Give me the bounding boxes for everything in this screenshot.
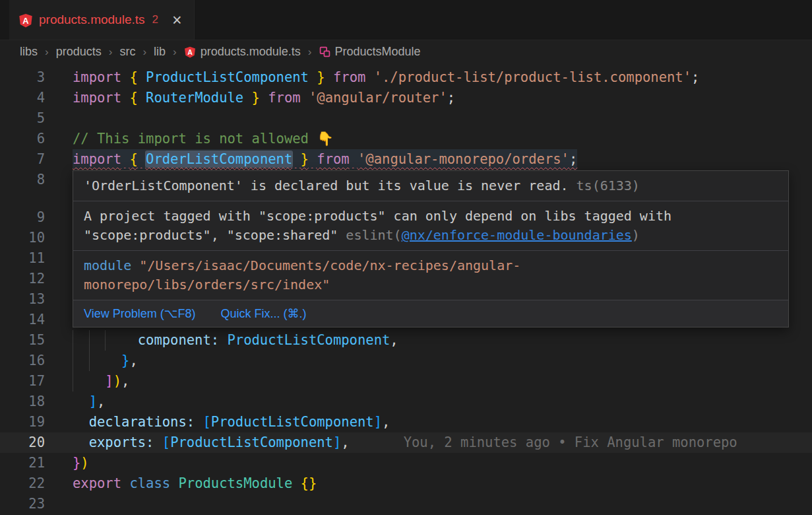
code-line-23[interactable]: 23 (0, 494, 812, 514)
tab-problems-count: 2 (151, 13, 158, 26)
code-line-15[interactable]: 15 component: ProductListComponent, (0, 330, 812, 351)
code-token (121, 90, 129, 106)
tab-bar: A products.module.ts 2 × (0, 0, 812, 40)
breadcrumb-separator: › (45, 46, 49, 59)
close-icon[interactable]: × (172, 12, 182, 28)
code-token: '@angular-monorepo/orders' (358, 151, 569, 167)
code-line-3[interactable]: 3import { ProductListComponent } from '.… (0, 67, 812, 88)
code-line-19[interactable]: 19 declarations: [ProductListComponent], (0, 412, 812, 432)
breadcrumb-item-products-module-ts[interactable]: Aproducts.module.ts (184, 45, 301, 59)
code-token: ProductListComponent (170, 434, 333, 450)
code-token: from (333, 69, 365, 85)
breadcrumb-item-products[interactable]: products (56, 45, 102, 59)
line-number[interactable]: 23 (0, 494, 59, 514)
code-token: ProductListComponent (211, 414, 374, 430)
line-number[interactable]: 19 (0, 412, 59, 432)
code-line-16[interactable]: 16 }, (0, 351, 812, 371)
line-number[interactable]: 7 (0, 149, 59, 170)
code-token (301, 90, 309, 106)
code-line-5[interactable]: 5 (0, 108, 812, 129)
code-token: ProductsModule (178, 475, 292, 491)
code-token: ) (113, 373, 121, 389)
line-number[interactable]: 3 (0, 67, 59, 88)
svg-text:A: A (22, 15, 28, 25)
line-number[interactable]: 5 (0, 108, 59, 129)
breadcrumb-item-src[interactable]: src (119, 45, 135, 59)
hover-text-line: "scope:products", "scope:shared" eslint(… (84, 226, 778, 245)
line-number[interactable]: 21 (0, 453, 59, 473)
code-line-21[interactable]: 21}) (0, 453, 812, 473)
code-content: import { RouterModule } from '@angular/r… (73, 88, 455, 108)
code-token: 👇 (317, 131, 334, 147)
code-token (73, 330, 89, 351)
code-line-18[interactable]: 18 ], (0, 392, 812, 412)
error-hover-popup: 'OrderListComponent' is declared but its… (73, 170, 789, 327)
code-token (89, 330, 106, 351)
hover-action-quick[interactable]: Quick Fix... (⌘.) (220, 306, 306, 321)
code-token (260, 90, 268, 106)
code-content: export class ProductsModule {} (73, 473, 317, 494)
code-token (365, 69, 373, 85)
code-token (121, 69, 129, 85)
breadcrumb-item-productsmodule[interactable]: ProductsModule (319, 45, 421, 59)
code-token (121, 475, 129, 491)
line-number[interactable]: 6 (0, 129, 59, 149)
line-number[interactable]: 10 (0, 228, 59, 248)
code-line-7[interactable]: 7import { OrderListComponent } from '@an… (0, 149, 812, 170)
code-token: declarations: (89, 414, 195, 430)
code-content: ]), (73, 371, 129, 392)
hover-action-view[interactable]: View Problem (⌥F8) (84, 306, 195, 321)
code-token: './product-list/product-list.component' (374, 69, 691, 85)
code-token: component: (138, 332, 219, 348)
line-number[interactable]: 11 (0, 248, 59, 269)
code-token: { (129, 69, 137, 85)
code-token: // This import is not allowed (73, 131, 317, 147)
line-number[interactable]: 22 (0, 473, 59, 494)
hover-text-line: A project tagged with "scope:products" c… (84, 207, 778, 226)
code-token (73, 371, 89, 392)
line-number[interactable]: 13 (0, 289, 59, 310)
code-content: }, (73, 351, 138, 371)
code-line-22[interactable]: 22export class ProductsModule {} (0, 473, 812, 494)
line-number[interactable]: 16 (0, 351, 59, 371)
angular-icon: A (184, 46, 196, 58)
code-token: ] (374, 414, 382, 430)
code-line-6[interactable]: 6// This import is not allowed 👇 (0, 129, 812, 149)
code-content: component: ProductListComponent, (73, 330, 398, 351)
code-token: '@angular/router' (309, 90, 447, 106)
line-number[interactable]: 8 (0, 170, 59, 190)
code-content: import { OrderListComponent } from '@ang… (73, 149, 577, 170)
line-number[interactable]: 17 (0, 371, 59, 392)
code-token: , (382, 414, 390, 430)
code-token: } (301, 151, 309, 167)
code-line-17[interactable]: 17 ]), (0, 371, 812, 392)
eslint-rule-link[interactable]: @nx/enforce-module-boundaries (402, 227, 632, 243)
code-token: , (129, 353, 137, 368)
code-token (138, 69, 146, 85)
code-token: } (317, 69, 325, 85)
hover-actions: View Problem (⌥F8)Quick Fix... (⌘.) (73, 300, 788, 327)
code-line-20[interactable]: 20 exports: [ProductListComponent],You, … (0, 432, 812, 453)
line-number[interactable]: 12 (0, 269, 59, 289)
tab-products-module-ts[interactable]: A products.module.ts 2 × (9, 0, 195, 40)
line-number[interactable]: 15 (0, 330, 59, 351)
line-number[interactable]: 9 (0, 207, 59, 228)
hover-token: 'OrderListComponent' is declared but its… (84, 178, 577, 193)
code-token: {} (301, 475, 317, 491)
code-line-4[interactable]: 4import { RouterModule } from '@angular/… (0, 88, 812, 108)
line-number[interactable]: 4 (0, 88, 59, 108)
breadcrumb-item-lib[interactable]: lib (154, 45, 166, 59)
line-number[interactable]: 14 (0, 310, 59, 330)
code-token: class (129, 475, 170, 491)
code-token: { (129, 151, 137, 167)
code-token: ) (80, 455, 88, 471)
code-token: [ (162, 434, 170, 450)
line-number[interactable]: 20 (0, 432, 59, 453)
breadcrumb-item-libs[interactable]: libs (20, 45, 38, 59)
code-token: [ (203, 414, 210, 430)
code-content: exports: [ProductListComponent],You, 2 m… (73, 432, 737, 453)
breadcrumb-label: products.module.ts (201, 45, 301, 59)
git-blame-annotation: You, 2 minutes ago • Fix Angular monorep… (350, 434, 737, 450)
code-content: import { ProductListComponent } from './… (73, 67, 699, 88)
line-number[interactable]: 18 (0, 392, 59, 412)
